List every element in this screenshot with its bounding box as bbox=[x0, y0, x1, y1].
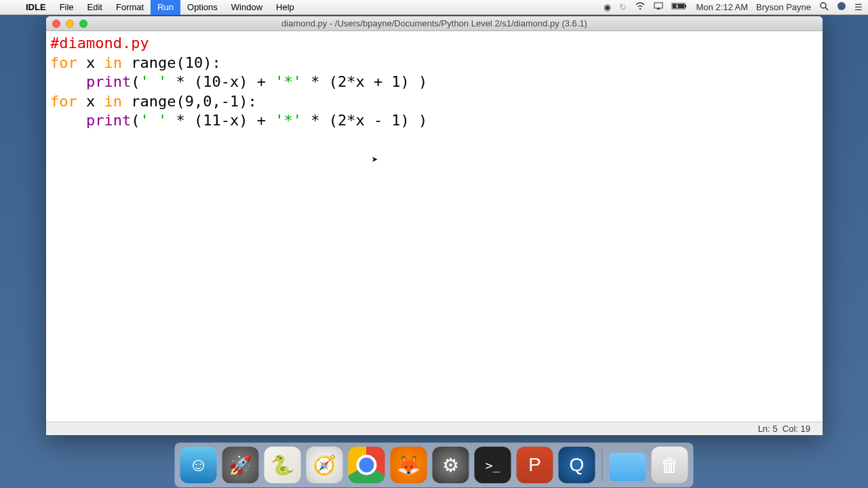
titlebar[interactable]: diamond.py - /Users/bpayne/Documents/Pyt… bbox=[46, 16, 823, 31]
dock: ☺ 🚀 🐍 🧭 🦊 ⚙ >_ P Q 🗑 bbox=[175, 443, 694, 487]
svg-rect-1 bbox=[654, 3, 663, 8]
code-string: ' ' bbox=[140, 73, 167, 90]
code-keyword: in bbox=[104, 93, 123, 110]
menu-window[interactable]: Window bbox=[224, 0, 269, 15]
menu-format[interactable]: Format bbox=[109, 0, 151, 15]
dock-divider bbox=[602, 449, 603, 481]
menu-options[interactable]: Options bbox=[180, 0, 224, 15]
code-editor[interactable]: #diamond.py for x in range(10): print(' … bbox=[46, 31, 823, 422]
svg-point-7 bbox=[837, 2, 846, 10]
code-builtin: print bbox=[86, 112, 131, 129]
menu-run[interactable]: Run bbox=[151, 0, 180, 15]
dock-firefox-icon[interactable]: 🦊 bbox=[391, 447, 427, 483]
code-string: '*' bbox=[275, 73, 302, 90]
status-line: Ln: 5 bbox=[758, 424, 778, 434]
wifi-icon[interactable] bbox=[635, 2, 646, 12]
user-name[interactable]: Bryson Payne bbox=[756, 2, 811, 12]
dock-safari-icon[interactable]: 🧭 bbox=[307, 447, 343, 483]
maximize-button[interactable] bbox=[79, 20, 87, 28]
svg-point-5 bbox=[821, 3, 826, 8]
dock-chrome-icon[interactable] bbox=[349, 447, 385, 483]
battery-icon[interactable] bbox=[671, 2, 688, 12]
minimize-button[interactable] bbox=[66, 20, 74, 28]
code-keyword: in bbox=[104, 54, 123, 71]
dock-powerpoint-icon[interactable]: P bbox=[517, 447, 553, 483]
clock[interactable]: Mon 2:12 AM bbox=[696, 2, 748, 12]
window-title: diamond.py - /Users/bpayne/Documents/Pyt… bbox=[46, 18, 823, 28]
dock-terminal-icon[interactable]: >_ bbox=[475, 447, 511, 483]
menu-file[interactable]: File bbox=[53, 0, 81, 15]
svg-rect-3 bbox=[685, 5, 686, 7]
svg-point-0 bbox=[639, 8, 641, 9]
svg-line-6 bbox=[825, 7, 828, 10]
menu-edit[interactable]: Edit bbox=[81, 0, 109, 15]
code-builtin: print bbox=[86, 73, 131, 90]
dock-downloads-folder-icon[interactable] bbox=[610, 453, 646, 481]
code-keyword: for bbox=[50, 93, 77, 110]
dock-trash-icon[interactable]: 🗑 bbox=[652, 447, 688, 483]
code-comment: #diamond.py bbox=[50, 35, 149, 52]
status-bar: Ln: 5 Col: 19 bbox=[46, 422, 823, 435]
editor-window: diamond.py - /Users/bpayne/Documents/Pyt… bbox=[46, 16, 823, 435]
code-string: '*' bbox=[275, 112, 302, 129]
menubar: IDLE File Edit Format Run Options Window… bbox=[0, 0, 868, 15]
dock-quicktime-icon[interactable]: Q bbox=[559, 447, 595, 483]
mouse-cursor-icon: ➤ bbox=[372, 153, 378, 167]
time-machine-icon[interactable]: ↻ bbox=[619, 2, 627, 12]
code-keyword: for bbox=[50, 54, 77, 71]
dock-settings-icon[interactable]: ⚙ bbox=[433, 447, 469, 483]
screen-record-icon[interactable]: ◉ bbox=[604, 2, 611, 12]
dock-python-icon[interactable]: 🐍 bbox=[264, 447, 301, 483]
close-button[interactable] bbox=[52, 20, 60, 28]
siri-icon[interactable] bbox=[837, 1, 846, 13]
menu-help[interactable]: Help bbox=[269, 0, 301, 15]
spotlight-icon[interactable] bbox=[819, 1, 829, 13]
airplay-icon[interactable] bbox=[654, 2, 663, 12]
app-name[interactable]: IDLE bbox=[19, 2, 53, 12]
dock-launchpad-icon[interactable]: 🚀 bbox=[222, 447, 259, 483]
notification-center-icon[interactable]: ☰ bbox=[854, 2, 863, 12]
dock-finder-icon[interactable]: ☺ bbox=[180, 447, 217, 483]
code-string: ' ' bbox=[140, 112, 167, 129]
status-col: Col: 19 bbox=[783, 424, 810, 434]
